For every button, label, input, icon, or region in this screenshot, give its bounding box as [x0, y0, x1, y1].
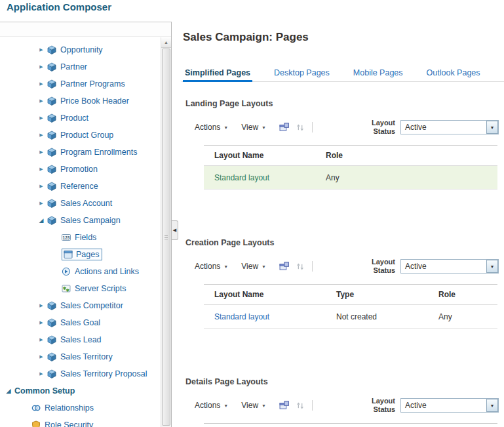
sidebar-item-product-group[interactable]: ▶ Product Group — [0, 127, 161, 144]
expand-collapsed-icon[interactable]: ▶ — [37, 150, 46, 155]
combo-dropdown-icon[interactable]: ▼ — [486, 121, 498, 134]
sidebar-item-price-book-header[interactable]: ▶ Price Book Header — [0, 92, 161, 110]
expand-collapsed-icon[interactable]: ▶ — [37, 354, 46, 359]
sidebar-item-label: Server Scripts — [75, 284, 126, 293]
table-row[interactable]: Standard layout Any — [204, 166, 497, 190]
sort-columns-icon[interactable] — [295, 401, 305, 411]
expand-collapsed-icon[interactable]: ▶ — [37, 47, 46, 52]
tab-outlook-pages[interactable]: Outlook Pages — [425, 66, 482, 81]
object-cube-icon — [47, 182, 56, 191]
sidebar-item-pages[interactable]: Pages — [0, 246, 161, 263]
sidebar-item-opportunity[interactable]: ▶ Opportunity — [0, 41, 161, 58]
sort-columns-icon[interactable] — [295, 262, 305, 272]
details-layouts-table — [204, 423, 497, 427]
detach-icon[interactable] — [279, 262, 289, 272]
sidebar-item-role-security[interactable]: Role Security — [0, 417, 161, 427]
column-header-role: Role — [428, 290, 497, 299]
page-tabs: Simplified Pages Desktop Pages Mobile Pa… — [182, 66, 504, 82]
scroll-up-icon[interactable]: ▲ — [161, 37, 171, 48]
sidebar-item-label: Program Enrollments — [60, 148, 137, 157]
object-cube-icon — [47, 301, 56, 310]
combo-dropdown-icon[interactable]: ▼ — [486, 260, 498, 273]
layout-name-link[interactable]: Standard layout — [214, 312, 269, 321]
sidebar-item-label: Sales Account — [60, 199, 112, 208]
tab-mobile-pages[interactable]: Mobile Pages — [351, 66, 405, 81]
view-menu-button[interactable]: View ▼ — [241, 401, 266, 410]
sidebar-item-partner[interactable]: ▶ Partner — [0, 58, 161, 75]
sidebar-item-label: Sales Goal — [60, 318, 100, 327]
tab-simplified-pages[interactable]: Simplified Pages — [183, 66, 252, 82]
caret-down-icon: ▼ — [262, 403, 266, 408]
sidebar-item-sales-territory[interactable]: ▶ Sales Territory — [0, 348, 161, 365]
layout-status-select[interactable]: Active ▼ — [400, 398, 499, 413]
sidebar-item-sales-competitor[interactable]: ▶ Sales Competitor — [0, 297, 161, 314]
expand-collapsed-icon[interactable]: ▶ — [37, 64, 46, 70]
toolbar-separator — [312, 400, 313, 411]
sidebar-item-label: Sales Territory — [60, 352, 113, 361]
expand-expanded-icon[interactable]: ◢ — [4, 388, 13, 394]
object-tree: ▶ Opportunity ▶ Partner ▶ Partner Progra… — [0, 37, 161, 427]
expand-expanded-icon[interactable]: ◢ — [37, 217, 46, 224]
sidebar-item-sales-goal[interactable]: ▶ Sales Goal — [0, 314, 161, 331]
tab-desktop-pages[interactable]: Desktop Pages — [272, 66, 332, 81]
sidebar-item-program-enrollments[interactable]: ▶ Program Enrollments — [0, 144, 161, 161]
sidebar-item-server-scripts[interactable]: Server Scripts — [0, 280, 161, 297]
sidebar-item-sales-territory-proposal[interactable]: ▶ Sales Territory Proposal — [0, 365, 161, 382]
expand-collapsed-icon[interactable]: ▶ — [37, 115, 46, 121]
sidebar-item-label: Opportunity — [60, 45, 103, 54]
expand-collapsed-icon[interactable]: ▶ — [37, 167, 46, 172]
expand-collapsed-icon[interactable]: ▶ — [37, 201, 46, 206]
sidebar-item-relationships[interactable]: Relationships — [0, 399, 161, 417]
column-header-type: Type — [326, 290, 428, 299]
section-creation-page-layouts: Creation Page Layouts Actions ▼ View ▼ L… — [185, 238, 504, 336]
sidebar-item-label: Partner Programs — [60, 79, 125, 89]
sidebar-item-sales-campaign[interactable]: ◢ Sales Campaign — [0, 212, 161, 229]
expand-collapsed-icon[interactable]: ▶ — [37, 320, 46, 325]
expand-collapsed-icon[interactable]: ▶ — [37, 303, 46, 308]
caret-down-icon: ▼ — [223, 403, 228, 408]
landing-layouts-table: Layout Name Role Standard layout Any — [204, 145, 497, 197]
sidebar-item-product[interactable]: ▶ Product — [0, 110, 161, 127]
sort-columns-icon[interactable] — [295, 123, 305, 132]
sidebar-item-reference[interactable]: ▶ Reference — [0, 178, 161, 195]
layout-status-select[interactable]: Active ▼ — [400, 120, 499, 134]
sidebar-section-common-setup[interactable]: ◢ Common Setup — [0, 382, 161, 399]
object-cube-icon — [47, 148, 56, 157]
combo-dropdown-icon[interactable]: ▼ — [486, 399, 498, 412]
actions-menu-button[interactable]: Actions ▼ — [195, 401, 228, 410]
expand-collapsed-icon[interactable]: ▶ — [37, 132, 46, 138]
expand-collapsed-icon[interactable]: ▶ — [37, 337, 46, 342]
sidebar-item-label: Promotion — [60, 165, 98, 174]
table-row[interactable]: Standard layout Not created Any — [204, 305, 497, 329]
sidebar-item-sales-account[interactable]: ▶ Sales Account — [0, 195, 161, 212]
expand-collapsed-icon[interactable]: ▶ — [37, 371, 46, 376]
sidebar-item-label: Product Group — [60, 131, 113, 140]
scrollbar-thumb[interactable] — [162, 49, 170, 426]
layout-status-select[interactable]: Active ▼ — [400, 259, 499, 274]
sidebar-section-label: Common Setup — [14, 386, 75, 396]
panel-collapse-handle[interactable]: ◀ — [172, 220, 178, 240]
caret-down-icon: ▼ — [223, 125, 228, 130]
sidebar-item-promotion[interactable]: ▶ Promotion — [0, 161, 161, 178]
detach-icon[interactable] — [279, 401, 289, 411]
expand-collapsed-icon[interactable]: ▶ — [37, 184, 46, 189]
expand-collapsed-icon[interactable]: ▶ — [37, 98, 46, 104]
sidebar-item-partner-programs[interactable]: ▶ Partner Programs — [0, 75, 161, 92]
view-menu-button[interactable]: View ▼ — [241, 123, 266, 132]
sidebar-item-label: Role Security — [45, 420, 93, 427]
actions-menu-button[interactable]: Actions ▼ — [195, 262, 228, 271]
layout-status-label-line1: Layout — [372, 397, 395, 405]
layout-name-link[interactable]: Standard layout — [214, 173, 269, 182]
section-heading: Creation Page Layouts — [185, 238, 504, 247]
sidebar-item-sales-lead[interactable]: ▶ Sales Lead — [0, 331, 161, 348]
actions-menu-button[interactable]: Actions ▼ — [195, 123, 228, 132]
sidebar-item-fields[interactable]: Fields — [0, 229, 161, 246]
detach-icon[interactable] — [279, 123, 289, 132]
expand-collapsed-icon[interactable]: ▶ — [37, 81, 46, 87]
sidebar-item-actions-and-links[interactable]: Actions and Links — [0, 263, 161, 280]
sidebar-scrollbar[interactable]: ▲ — [161, 37, 171, 427]
pages-icon — [64, 250, 73, 259]
section-landing-page-layouts: Landing Page Layouts Actions ▼ View ▼ La… — [185, 99, 504, 197]
view-menu-button[interactable]: View ▼ — [241, 262, 266, 271]
object-cube-icon — [47, 335, 56, 344]
